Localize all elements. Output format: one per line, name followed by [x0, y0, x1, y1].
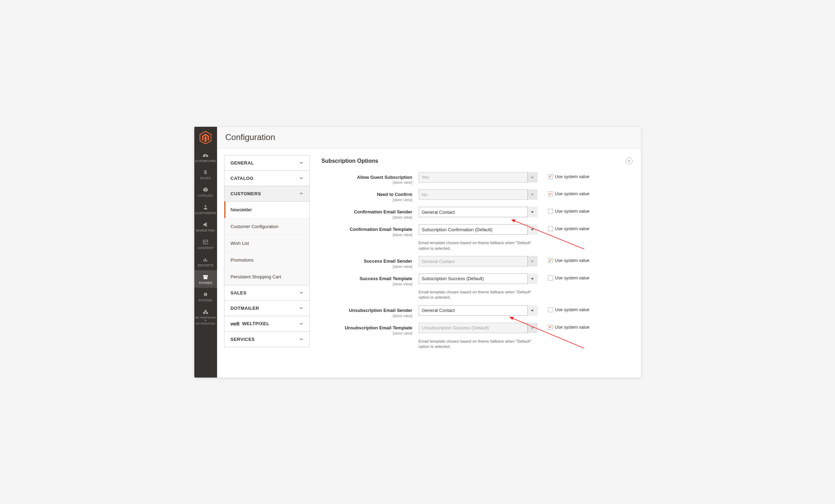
field-hint: Email template chosen based on theme fal…: [419, 239, 538, 256]
use-system-checkbox-unsubTemplate[interactable]: [548, 325, 553, 330]
field-check-col: Use system value: [538, 224, 633, 231]
rail-item-reports[interactable]: REPORTS: [194, 253, 217, 270]
use-system-checkbox-confTemplate[interactable]: [548, 226, 553, 231]
rail-item-stores[interactable]: STORES: [194, 270, 217, 288]
chevron-down-icon: [300, 337, 303, 341]
field-label: Success Email Sender: [364, 258, 412, 264]
use-system-checkbox-succSender[interactable]: [548, 258, 553, 263]
config-sub-persistent-cart[interactable]: Persistent Shopping Cart: [224, 268, 309, 285]
config-tab-customers[interactable]: CUSTOMERS Newsletter Customer Configurat…: [224, 186, 310, 285]
config-tab-catalog[interactable]: CATALOG: [224, 170, 310, 186]
select-succTemplate[interactable]: Subscription Success (Default): [419, 273, 538, 284]
field-label-col: Unsubscription Email Sender [store view]: [322, 305, 419, 318]
select-unsubSender[interactable]: General Contact: [419, 305, 538, 316]
magento-hex-icon: [200, 131, 211, 144]
config-sub-wishlist[interactable]: Wish List: [224, 235, 309, 251]
field-check-col: Use system value: [538, 189, 633, 196]
select-wrapper: Subscription Success (Default): [419, 273, 538, 284]
field-check-col: Use system value: [538, 273, 633, 280]
weltpixel-logo: welt: [231, 321, 239, 327]
field-check-col: Use system value: [538, 207, 633, 214]
chevron-down-icon: [300, 176, 303, 180]
use-system-checkbox-unsubSender[interactable]: [548, 307, 553, 312]
field-scope: [store view]: [322, 264, 412, 269]
gauge-icon: [202, 152, 209, 158]
field-row-unsubTemplate: Unsubscription Email Template [store vie…: [322, 323, 633, 335]
select-needConfirm[interactable]: No: [419, 189, 538, 200]
select-succSender[interactable]: General Contact: [419, 256, 538, 266]
rail-item-dashboard[interactable]: DASHBOARD: [194, 148, 217, 166]
field-control-col: No: [419, 189, 538, 200]
field-label: Allow Guest Subscription: [357, 175, 412, 180]
config-sub-promotions[interactable]: Promotions: [224, 251, 309, 268]
admin-rail: DASHBOARD $ SALES CATALOG CUSTOMERS MARK…: [194, 127, 217, 378]
use-system-checkbox-allowGuest[interactable]: [548, 174, 553, 179]
svg-rect-9: [205, 258, 206, 262]
config-tab-weltpixel[interactable]: welt WELTPIXEL: [224, 316, 310, 332]
select-confSender[interactable]: General Contact: [419, 207, 538, 217]
field-row-needConfirm: Need to Confirm [store view] No Use syst…: [322, 189, 633, 202]
use-system-label: Use system value: [555, 226, 590, 231]
page-body: GENERAL CATALOG CUSTOMERS Newsletter Cus…: [217, 148, 641, 378]
field-control-col: Unsubscription Success (Default): [419, 323, 538, 333]
rail-item-customers[interactable]: CUSTOMERS: [194, 200, 217, 218]
select-confTemplate[interactable]: Subscription Confirmation (Default): [419, 224, 538, 235]
field-label: Confirmation Email Template: [350, 227, 412, 232]
config-tab-sales[interactable]: SALES: [224, 285, 310, 301]
field-label-col: Need to Confirm [store view]: [322, 189, 419, 202]
config-tab-general[interactable]: GENERAL: [224, 155, 310, 171]
use-system-checkbox-confSender[interactable]: [548, 209, 553, 214]
field-row-allowGuest: Allow Guest Subscription [store view] Ye…: [322, 172, 633, 185]
svg-rect-10: [206, 260, 207, 261]
select-wrapper: General Contact: [419, 256, 538, 266]
rail-item-content[interactable]: CONTENT: [194, 235, 217, 253]
field-control-col: General Contact: [419, 256, 538, 266]
config-sub-newsletter[interactable]: Newsletter: [224, 201, 309, 218]
use-system-label: Use system value: [555, 174, 590, 179]
svg-rect-11: [204, 277, 208, 279]
rail-item-system[interactable]: SYSTEM: [194, 288, 217, 305]
select-allowGuest[interactable]: Yes: [419, 172, 538, 183]
use-system-checkbox-succTemplate[interactable]: [548, 276, 553, 280]
field-scope: [store view]: [322, 233, 412, 237]
field-control-col: Yes: [419, 172, 538, 183]
box-icon: [202, 187, 209, 193]
field-hint: Email template chosen based on theme fal…: [419, 337, 538, 355]
section-collapse-button[interactable]: [626, 158, 633, 165]
field-label-col: Confirmation Email Template [store view]: [322, 224, 419, 237]
select-unsubTemplate[interactable]: Unsubscription Success (Default): [419, 323, 538, 333]
use-system-checkbox-needConfirm[interactable]: [548, 191, 553, 196]
rail-item-marketing[interactable]: MARKETING: [194, 218, 217, 235]
field-control-col: Subscription Confirmation (Default): [419, 224, 538, 235]
use-system-label: Use system value: [555, 276, 590, 280]
select-wrapper: Unsubscription Success (Default): [419, 323, 538, 333]
rail-item-catalog[interactable]: CATALOG: [194, 183, 217, 200]
svg-rect-8: [203, 260, 204, 262]
dollar-icon: $: [202, 169, 209, 175]
rail-item-partners[interactable]: ND PARTNERS & EXTENSIONS: [194, 305, 217, 328]
use-system-label: Use system value: [555, 307, 590, 312]
section-title: Subscription Options: [322, 158, 379, 164]
field-hint: Email template chosen based on theme fal…: [419, 288, 538, 305]
field-scope: [store view]: [322, 331, 412, 335]
use-system-label: Use system value: [555, 209, 590, 214]
section-header[interactable]: Subscription Options: [322, 155, 633, 172]
boxes-icon: [202, 309, 209, 315]
field-row-confTemplate: Confirmation Email Template [store view]…: [322, 224, 633, 237]
use-system-label: Use system value: [555, 325, 590, 330]
field-label: Success Email Template: [360, 276, 412, 281]
select-wrapper: Subscription Confirmation (Default): [419, 224, 538, 235]
field-scope: [store view]: [322, 215, 412, 219]
config-tab-dotmailer[interactable]: DOTMAILER: [224, 300, 310, 316]
config-sub-customer-config[interactable]: Customer Configuration: [224, 218, 309, 235]
config-tab-customers-sub: Newsletter Customer Configuration Wish L…: [224, 201, 309, 285]
rail-item-sales[interactable]: $ SALES: [194, 166, 217, 183]
magento-logo[interactable]: [194, 127, 217, 148]
field-label: Need to Confirm: [377, 192, 412, 197]
content-area: Configuration GENERAL CATALOG CUSTOMERS …: [217, 127, 641, 378]
field-scope: [store view]: [322, 282, 412, 286]
field-label-col: Allow Guest Subscription [store view]: [322, 172, 419, 185]
field-row-confSender: Confirmation Email Sender [store view] G…: [322, 207, 633, 219]
chevron-up-icon: [300, 192, 303, 195]
config-tab-services[interactable]: SERVICES: [224, 331, 310, 347]
